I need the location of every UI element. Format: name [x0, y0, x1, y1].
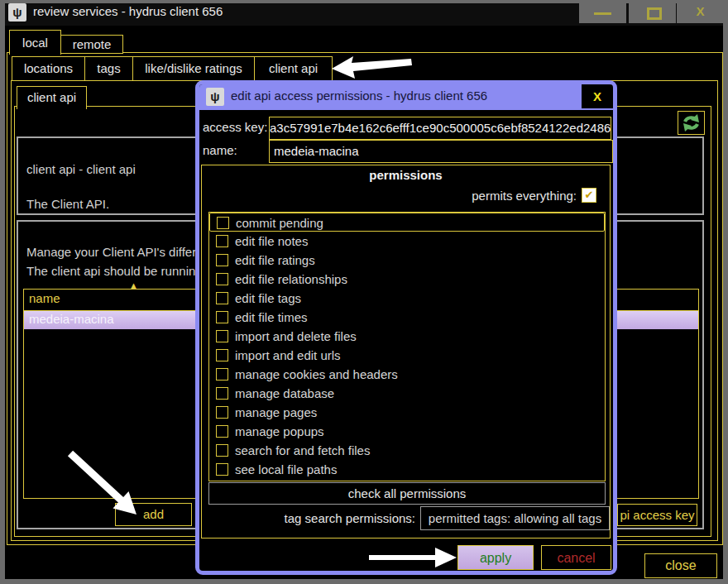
permission-checkbox[interactable]	[217, 217, 229, 229]
copy-api-access-key-label: pi access key	[620, 508, 694, 522]
tab-remote[interactable]: remote	[60, 35, 123, 54]
permission-label: import and edit urls	[235, 346, 341, 365]
close-button-label: close	[665, 558, 696, 572]
permitted-tags-button[interactable]: permitted tags: allowing all tags	[420, 506, 610, 530]
tab-client-api[interactable]: client api	[254, 56, 333, 83]
dialog-close-button[interactable]: X	[582, 84, 613, 108]
edit-api-access-permissions-dialog: ψ edit api access permissions - hydrus c…	[195, 80, 617, 575]
permission-row[interactable]: manage cookies and headers	[209, 365, 605, 384]
maximize-button[interactable]	[629, 0, 676, 23]
tab-like-dislike-ratings-label: like/dislike ratings	[145, 61, 242, 75]
annotation-arrow-add	[62, 447, 145, 525]
permission-row[interactable]: commit pending	[209, 213, 605, 232]
check-all-permissions-label: check all permissions	[348, 486, 467, 500]
permission-checkbox[interactable]	[216, 235, 228, 247]
permission-label: edit file notes	[235, 232, 308, 251]
tab-client-api-label: client api	[269, 61, 318, 75]
column-header-name: name	[29, 291, 60, 305]
close-dialog-button[interactable]: close	[644, 553, 717, 578]
permission-row[interactable]: see local file paths	[209, 460, 605, 479]
permission-label: edit file tags	[235, 289, 301, 308]
permission-row[interactable]: edit file times	[209, 308, 605, 327]
permission-label: search for and fetch files	[235, 441, 370, 460]
manage-line1: Manage your Client API's differ	[26, 245, 196, 259]
permits-everything-checkbox[interactable]: ✔	[582, 188, 596, 203]
permission-label: edit file times	[235, 308, 308, 327]
service-info-line2: The Client API.	[26, 197, 109, 211]
window-frame-bottom	[0, 579, 728, 584]
close-window-button[interactable]: X	[677, 0, 724, 23]
permission-checkbox[interactable]	[216, 425, 228, 438]
hydrus-app-icon: ψ	[8, 3, 26, 22]
tab-service-client-api-label: client api	[27, 90, 76, 104]
access-key-input[interactable]: a3c57991e7b4e162c6efff1ce90c500005c6ebf8…	[269, 117, 611, 140]
permission-checkbox[interactable]	[216, 444, 228, 457]
maximize-icon	[647, 7, 662, 20]
permission-row[interactable]: edit file notes	[209, 232, 605, 251]
tab-service-client-api[interactable]: client api	[17, 86, 87, 109]
permissions-groupbox: permissions permits everything: ✔ commit…	[201, 165, 611, 539]
window-title: review services - hydrus client 656	[33, 4, 223, 18]
table-cell-name: medeia-macina	[29, 312, 114, 326]
refresh-icon	[678, 112, 704, 134]
cancel-button[interactable]: cancel	[541, 545, 611, 570]
refresh-button[interactable]	[678, 111, 705, 135]
access-key-label: access key:	[203, 120, 267, 134]
permission-checkbox[interactable]	[216, 330, 228, 342]
copy-api-access-key-button[interactable]: pi access key	[617, 504, 697, 526]
cancel-button-label: cancel	[557, 551, 595, 565]
name-label: name:	[203, 143, 237, 157]
permission-row[interactable]: manage pages	[209, 403, 605, 422]
tab-locations-label: locations	[24, 61, 73, 75]
apply-button-label: apply	[480, 551, 511, 565]
permission-label: manage cookies and headers	[235, 365, 398, 384]
tab-local[interactable]: local	[9, 30, 61, 55]
permission-row[interactable]: edit file tags	[209, 289, 605, 308]
tab-local-label: local	[22, 36, 48, 50]
dialog-titlebar: ψ edit api access permissions - hydrus c…	[199, 84, 613, 110]
tab-locations[interactable]: locations	[12, 56, 85, 81]
permission-row[interactable]: edit file ratings	[209, 251, 605, 270]
permission-row[interactable]: edit file relationships	[209, 270, 605, 289]
apply-button[interactable]: apply	[457, 545, 534, 570]
tab-tags-label: tags	[97, 61, 120, 75]
permission-checkbox[interactable]	[216, 387, 228, 400]
tab-tags[interactable]: tags	[84, 56, 133, 81]
permission-checkbox[interactable]	[216, 349, 228, 361]
permission-row[interactable]: import and edit urls	[209, 346, 605, 365]
permission-label: edit file ratings	[235, 251, 315, 270]
name-input[interactable]: medeia-macina	[269, 140, 613, 163]
tab-like-dislike-ratings[interactable]: like/dislike ratings	[132, 56, 255, 81]
permission-label: import and delete files	[235, 327, 357, 346]
permission-checkbox[interactable]	[216, 273, 228, 285]
permission-checkbox[interactable]	[216, 292, 228, 304]
service-info-line1: client api - client api	[26, 162, 136, 176]
permission-label: manage database	[235, 384, 334, 403]
permission-checkbox[interactable]	[216, 254, 228, 266]
permission-row[interactable]: manage popups	[209, 422, 605, 441]
permissions-title: permissions	[202, 168, 610, 182]
permission-checkbox[interactable]	[216, 368, 228, 381]
permission-checkbox[interactable]	[216, 311, 228, 323]
review-services-window: ψ review services - hydrus client 656 X …	[0, 0, 728, 584]
window-frame-right	[723, 0, 728, 584]
check-all-permissions-button[interactable]: check all permissions	[208, 482, 606, 505]
permission-label: manage popups	[235, 422, 324, 441]
minimize-button[interactable]	[579, 0, 626, 23]
permissions-list: commit pending edit file notes edit file…	[208, 212, 606, 481]
permission-row[interactable]: search for and fetch files	[209, 441, 605, 460]
annotation-arrow-client-api	[329, 53, 415, 81]
permission-row[interactable]: manage database	[209, 384, 605, 403]
permission-checkbox[interactable]	[216, 406, 228, 419]
permission-checkbox[interactable]	[216, 463, 228, 476]
dialog-close-icon: X	[593, 89, 601, 103]
permission-row[interactable]: import and delete files	[209, 327, 605, 346]
permits-everything-label: permits everything:	[326, 189, 577, 203]
window-frame-left	[0, 0, 5, 584]
permission-label: commit pending	[236, 213, 323, 232]
dialog-hydrus-app-icon: ψ	[206, 88, 224, 106]
tab-remote-label: remote	[73, 37, 112, 51]
minimize-icon	[594, 12, 611, 15]
dialog-title: edit api access permissions - hydrus cli…	[231, 89, 487, 103]
close-icon: X	[696, 4, 704, 18]
